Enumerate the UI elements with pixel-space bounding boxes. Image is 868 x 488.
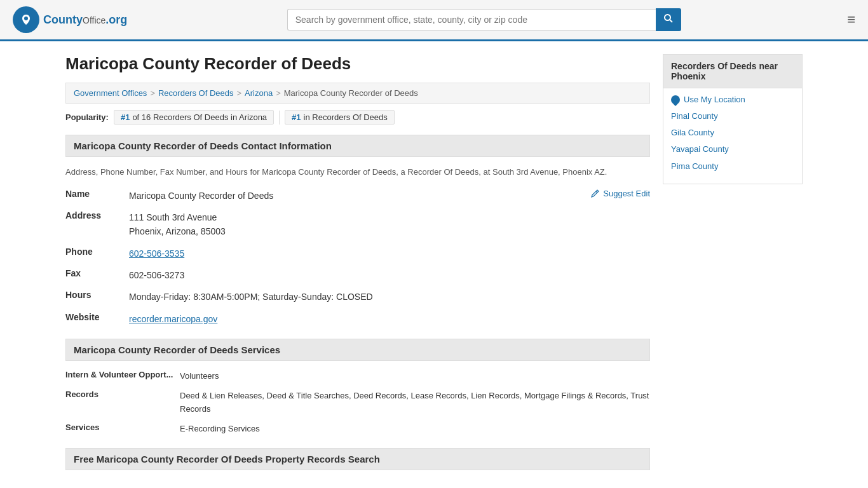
sidebar-header: Recorders Of Deeds near Phoenix xyxy=(663,54,803,88)
website-link[interactable]: recorder.maricopa.gov xyxy=(129,314,217,324)
hours-value: Monday-Friday: 8:30AM-5:00PM; Saturday-S… xyxy=(129,290,650,304)
website-label: Website xyxy=(65,312,129,322)
popularity-badge-2: #1 in Recorders Of Deeds xyxy=(285,110,395,125)
free-search-header: Free Maricopa County Recorder Of Deeds P… xyxy=(65,448,650,470)
name-label: Name xyxy=(65,189,129,199)
logo-text: CountyOffice.org xyxy=(43,13,127,27)
address-label: Address xyxy=(65,210,129,220)
address-value: 111 South 3rd Avenue Phoenix, Arizona, 8… xyxy=(129,210,650,239)
svg-point-2 xyxy=(665,15,670,20)
records-row: Records Deed & Lien Releases, Deed & Tit… xyxy=(65,390,650,416)
main-container: Maricopa County Recorder of Deeds Govern… xyxy=(53,41,815,488)
menu-icon[interactable]: ≡ xyxy=(847,11,855,28)
sidebar: Recorders Of Deeds near Phoenix Use My L… xyxy=(663,54,803,479)
sidebar-link-yavapai[interactable]: Yavapai County xyxy=(671,144,794,155)
name-value: Maricopa County Recorder of Deeds xyxy=(129,189,591,203)
website-row: Website recorder.maricopa.gov xyxy=(65,312,650,326)
svg-line-3 xyxy=(670,20,672,22)
logo-area: CountyOffice.org xyxy=(13,6,127,33)
hours-row: Hours Monday-Friday: 8:30AM-5:00PM; Satu… xyxy=(65,290,650,304)
phone-label: Phone xyxy=(65,247,129,257)
search-button[interactable] xyxy=(656,8,681,31)
fax-label: Fax xyxy=(65,268,129,278)
services-value: E-Recording Services xyxy=(180,423,650,436)
svg-line-4 xyxy=(596,191,597,193)
free-search-section: Free Maricopa County Recorder Of Deeds P… xyxy=(65,448,650,470)
fax-row: Fax 602-506-3273 xyxy=(65,268,650,282)
sidebar-content: Use My Location Pinal County Gila County… xyxy=(663,88,803,184)
use-location-label: Use My Location xyxy=(684,95,745,104)
contact-section-header: Maricopa County Recorder of Deeds Contac… xyxy=(65,135,650,157)
sidebar-link-pima[interactable]: Pima County xyxy=(671,161,794,172)
intern-label: Intern & Volunteer Opport... xyxy=(65,370,180,379)
services-section-header: Maricopa County Recorder of Deeds Servic… xyxy=(65,339,650,361)
breadcrumb-current: Maricopa County Recorder of Deeds xyxy=(284,88,418,98)
hours-label: Hours xyxy=(65,290,129,300)
suggest-edit-label: Suggest Edit xyxy=(603,189,650,198)
logo-icon xyxy=(13,6,39,33)
records-value: Deed & Lien Releases, Deed & Title Searc… xyxy=(180,390,650,416)
popularity-badge-1: #1 of 16 Recorders Of Deeds in Arizona xyxy=(114,110,274,125)
search-area xyxy=(287,8,681,31)
suggest-edit-button[interactable]: Suggest Edit xyxy=(591,189,650,198)
page-title: Maricopa County Recorder of Deeds xyxy=(65,54,650,74)
address-line1: 111 South 3rd Avenue xyxy=(129,210,650,224)
name-row: Name Maricopa County Recorder of Deeds S… xyxy=(65,189,650,203)
phone-row: Phone 602-506-3535 xyxy=(65,247,650,261)
breadcrumb: Government Offices > Recorders Of Deeds … xyxy=(65,83,650,104)
search-input[interactable] xyxy=(287,9,656,30)
phone-link[interactable]: 602-506-3535 xyxy=(129,248,184,259)
svg-point-1 xyxy=(24,17,28,20)
website-value: recorder.maricopa.gov xyxy=(129,312,650,326)
pop-num-1: #1 xyxy=(121,112,130,122)
intern-value: Volunteers xyxy=(180,370,650,383)
services-row: Services E-Recording Services xyxy=(65,423,650,436)
popularity-bar: Popularity: #1 of 16 Recorders Of Deeds … xyxy=(65,110,650,125)
breadcrumb-link-gov[interactable]: Government Offices xyxy=(74,88,147,98)
services-label: Services xyxy=(65,423,180,432)
location-icon xyxy=(669,93,682,106)
records-label: Records xyxy=(65,390,180,399)
address-line2: Phoenix, Arizona, 85003 xyxy=(129,224,650,238)
popularity-label: Popularity: xyxy=(65,112,109,122)
contact-section: Maricopa County Recorder of Deeds Contac… xyxy=(65,135,650,326)
pop-num-2: #1 xyxy=(292,112,301,122)
pop-text-2: in Recorders Of Deeds xyxy=(304,112,388,122)
fax-value: 602-506-3273 xyxy=(129,268,650,282)
address-row: Address 111 South 3rd Avenue Phoenix, Ar… xyxy=(65,210,650,239)
intern-row: Intern & Volunteer Opport... Volunteers xyxy=(65,370,650,383)
breadcrumb-link-recorders[interactable]: Recorders Of Deeds xyxy=(158,88,234,98)
breadcrumb-link-arizona[interactable]: Arizona xyxy=(245,88,273,98)
pop-text-1: of 16 Recorders Of Deeds in Arizona xyxy=(132,112,267,122)
use-my-location-link[interactable]: Use My Location xyxy=(671,95,794,104)
sidebar-link-pinal[interactable]: Pinal County xyxy=(671,111,794,122)
contact-description: Address, Phone Number, Fax Number, and H… xyxy=(65,166,650,179)
services-section: Maricopa County Recorder of Deeds Servic… xyxy=(65,339,650,435)
sidebar-link-gila[interactable]: Gila County xyxy=(671,127,794,139)
main-content: Maricopa County Recorder of Deeds Govern… xyxy=(65,54,650,479)
site-header: CountyOffice.org ≡ xyxy=(0,0,868,41)
phone-value: 602-506-3535 xyxy=(129,247,650,261)
